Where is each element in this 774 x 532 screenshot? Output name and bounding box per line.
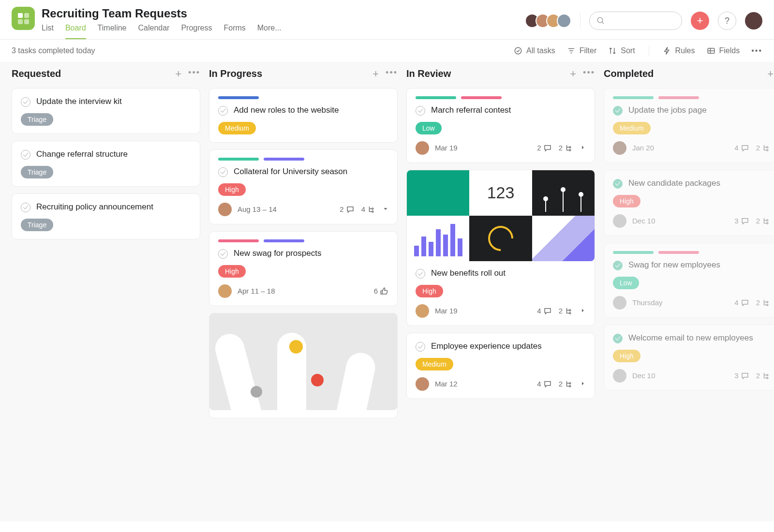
expand-icon[interactable] (580, 144, 586, 152)
complete-checkbox[interactable] (416, 342, 425, 352)
task-card[interactable] (209, 313, 398, 418)
add-task-button[interactable]: + (175, 68, 181, 80)
complete-checkbox[interactable] (613, 179, 623, 189)
filter-label: Filter (580, 46, 597, 55)
add-task-button[interactable]: + (767, 68, 774, 80)
task-card[interactable]: Change referral structure Triage (12, 141, 200, 187)
expand-icon[interactable] (580, 380, 586, 388)
filter-button[interactable]: Filter (567, 46, 597, 55)
assignee-avatar[interactable] (613, 141, 626, 155)
subtask-count[interactable]: 2 (559, 380, 573, 388)
column-completed: Completed + ••• Update the jobs page Med… (604, 68, 774, 516)
tab-timeline[interactable]: Timeline (98, 24, 127, 39)
complete-checkbox[interactable] (218, 167, 228, 177)
comment-count[interactable]: 3 (734, 371, 749, 380)
column-menu[interactable]: ••• (188, 68, 200, 80)
add-task-button[interactable]: + (570, 68, 576, 80)
tab-progress[interactable]: Progress (181, 24, 212, 39)
complete-checkbox[interactable] (416, 106, 425, 116)
task-card[interactable]: New candidate packages HighDec 103 2 (604, 170, 774, 236)
tab-board[interactable]: Board (65, 24, 86, 39)
comment-count[interactable]: 2 (340, 205, 354, 214)
comment-count[interactable]: 4 (734, 144, 749, 152)
assignee-avatar[interactable] (218, 203, 232, 216)
task-title: Update the jobs page (628, 105, 707, 116)
svg-point-19 (767, 304, 768, 306)
task-card[interactable]: New swag for prospects HighApr 11 – 186 (209, 231, 398, 306)
sort-label: Sort (621, 46, 635, 55)
tab-list[interactable]: List (42, 24, 54, 39)
comment-count[interactable]: 4 (734, 298, 749, 307)
assignee-avatar[interactable] (613, 369, 626, 383)
complete-checkbox[interactable] (218, 249, 228, 259)
complete-checkbox[interactable] (613, 261, 623, 270)
complete-checkbox[interactable] (613, 106, 623, 116)
complete-checkbox[interactable] (21, 203, 30, 212)
svg-point-2 (515, 47, 521, 54)
svg-point-6 (372, 208, 373, 209)
assignee-avatar[interactable] (218, 284, 232, 298)
assignee-avatar[interactable] (613, 214, 626, 228)
fields-button[interactable]: Fields (707, 46, 740, 55)
complete-checkbox[interactable] (218, 106, 228, 116)
status-text: 3 tasks completed today (12, 46, 95, 55)
task-card[interactable]: Update the jobs page MediumJan 204 2 (604, 88, 774, 163)
comment-count[interactable]: 4 (537, 307, 551, 315)
assignee-avatar[interactable] (416, 141, 429, 155)
column-menu[interactable]: ••• (386, 68, 398, 80)
assignee-avatar[interactable] (416, 377, 429, 391)
comment-count[interactable]: 2 (537, 144, 551, 152)
tab-forms[interactable]: Forms (223, 24, 245, 39)
assignee-avatar[interactable] (416, 304, 429, 318)
like-count[interactable]: 6 (374, 287, 388, 296)
task-card[interactable]: Recruiting policy announcement Triage (12, 193, 200, 239)
task-card[interactable]: Swag for new employees LowThursday4 2 (604, 243, 774, 318)
card-labels (613, 96, 774, 99)
all-tasks-filter[interactable]: All tasks (514, 46, 555, 55)
comment-count[interactable]: 3 (734, 217, 749, 225)
subtask-count[interactable]: 2 (756, 217, 771, 225)
divider (580, 13, 580, 29)
member-avatars[interactable] (529, 14, 571, 28)
subtask-count[interactable]: 2 (756, 371, 771, 380)
column-menu[interactable]: ••• (583, 68, 595, 80)
project-title[interactable]: Recruiting Team Requests (42, 7, 529, 21)
collapse-icon[interactable] (383, 205, 388, 213)
assignee-avatar[interactable] (613, 296, 626, 310)
tab-more[interactable]: More... (257, 24, 282, 39)
current-user-avatar[interactable] (745, 12, 762, 30)
svg-point-20 (767, 374, 768, 376)
complete-checkbox[interactable] (21, 97, 30, 107)
subtask-count[interactable]: 2 (756, 144, 771, 152)
subtask-count[interactable]: 2 (559, 144, 573, 152)
subtask-count[interactable]: 2 (756, 298, 771, 307)
subtask-count[interactable]: 4 (361, 205, 376, 214)
tab-calendar[interactable]: Calendar (138, 24, 169, 39)
sort-button[interactable]: Sort (608, 46, 635, 55)
task-card[interactable]: Employee experience updates MediumMar 12… (406, 333, 595, 399)
add-task-button[interactable]: + (372, 68, 379, 80)
expand-icon[interactable] (580, 307, 586, 315)
complete-checkbox[interactable] (21, 150, 30, 160)
task-card[interactable]: Update the interview kit Triage (12, 88, 200, 134)
task-card[interactable]: Welcome email to new employees HighDec 1… (604, 325, 774, 391)
project-logo[interactable] (12, 7, 35, 30)
search-input[interactable] (589, 12, 682, 30)
task-card[interactable]: 123 New benefits roll out HighMar 194 2 (406, 170, 595, 326)
rules-button[interactable]: Rules (663, 46, 695, 55)
board: Requested + ••• Update the interview kit… (0, 62, 774, 521)
subtask-count[interactable]: 2 (559, 307, 573, 315)
svg-point-7 (372, 211, 373, 212)
add-button[interactable]: + (691, 12, 709, 30)
task-card[interactable]: March referral contest LowMar 192 2 (406, 88, 595, 163)
more-menu[interactable]: ••• (751, 46, 762, 55)
task-card[interactable]: Collateral for University season HighAug… (209, 149, 398, 224)
member-avatar[interactable] (557, 14, 571, 28)
complete-checkbox[interactable] (416, 269, 425, 279)
help-button[interactable]: ? (718, 12, 736, 30)
comment-count[interactable]: 4 (537, 380, 551, 388)
task-card[interactable]: Add new roles to the website Medium (209, 88, 398, 143)
complete-checkbox[interactable] (613, 334, 623, 343)
svg-point-10 (569, 310, 571, 311)
due-date: Dec 10 (632, 371, 655, 380)
